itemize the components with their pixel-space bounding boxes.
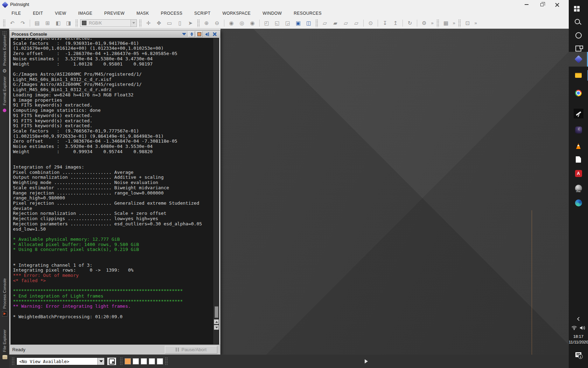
toolbar-grip[interactable] [436,19,439,27]
toolbar-overflow-chevron[interactable]: » [429,20,435,26]
redo-icon[interactable]: ↷ [18,19,28,27]
toolbar-grip[interactable] [458,19,461,27]
console-scrollbar[interactable] [214,38,219,344]
play-icon[interactable] [365,359,368,363]
menu-resources[interactable]: RESOURCES [288,11,328,16]
new-preview-mode-icon[interactable]: ◰ [261,19,272,27]
pixinsight-taskbar-icon[interactable] [569,52,588,67]
search-icon[interactable] [569,15,588,29]
color-swatch-4[interactable] [149,358,155,364]
maximize-window-icon[interactable]: ▣ [293,19,303,27]
file-explorer-icon[interactable] [569,69,588,82]
taskbar-clock[interactable]: 18:17 11/11/2020 [569,334,588,345]
color-swatch-5[interactable] [157,358,163,364]
vlc-icon[interactable] [569,139,588,153]
toolbar-grip[interactable] [197,19,200,27]
image-settings-icon[interactable]: ⚙ [419,19,429,27]
find-image-icon[interactable]: ⊙ [365,19,376,27]
scroll-down-button[interactable] [214,325,219,330]
edit-preview-mode-icon[interactable]: ◱ [272,19,282,27]
toolbar-grip[interactable] [3,19,6,27]
process-console-titlebar[interactable]: Process Console [9,30,220,38]
menu-process[interactable]: PROCESS [155,11,188,16]
pan-mode-icon[interactable]: ✛ [143,19,154,27]
speaker-icon[interactable] [580,325,586,332]
edit-identifier-icon[interactable]: ▤ [32,19,42,27]
toolbar-grip[interactable] [315,19,318,27]
sidebar-tab-format-explorer[interactable]: Format Explorer [0,76,9,113]
revert-image-icon[interactable]: ↻ [405,19,415,27]
zoom-1-1-icon[interactable]: ◉ [226,19,237,27]
undo-icon[interactable]: ↶ [7,19,18,27]
dock-window-button[interactable] [204,31,210,37]
toolbar-grip[interactable] [165,357,168,366]
new-image-icon[interactable]: ▱ [320,19,330,27]
workspace[interactable] [220,29,569,355]
menu-window[interactable]: WINDOW [257,11,288,16]
sidebar-tab-process-console[interactable]: Process Console [0,278,9,316]
restore-button[interactable] [537,1,547,8]
duplicate-image-alt-icon[interactable]: ◨ [63,19,74,27]
add-image-icon[interactable]: ▱ [341,19,351,27]
menu-preview[interactable]: PREVIEW [98,11,131,16]
menu-file[interactable]: FILE [6,11,27,16]
readout-mode-icon[interactable]: ▯ [175,19,185,27]
toolbar-grip[interactable] [139,19,142,27]
sidebar-tab-file-explorer[interactable]: File Explorer [0,329,9,360]
wifi-icon[interactable] [571,325,577,332]
toolbar-grip[interactable] [120,357,123,366]
fit-view-icon[interactable]: ▭ [164,19,175,27]
toolbar-overflow-chevron[interactable]: » [473,20,478,26]
close-button[interactable] [552,1,562,8]
scrollbar-thumb[interactable] [215,306,218,318]
view-selector[interactable]: <No View Available> [16,357,105,365]
sgp-pro-icon[interactable]: Pro [569,182,588,195]
toolbar-grip[interactable] [75,19,78,27]
color-swatch-3[interactable] [141,358,147,364]
windows-start-icon[interactable] [569,2,588,15]
new-instance-icon[interactable]: ⊞ [42,19,53,27]
notification-center-button[interactable]: 1 [569,352,588,357]
minimize-button[interactable] [521,1,532,8]
toolbar-overflow-chevron[interactable]: » [451,20,457,26]
float-window-button[interactable] [196,31,203,37]
menu-edit[interactable]: EDIT [27,11,49,16]
scroll-up-button[interactable] [214,319,219,324]
zoom-to-optimal-icon[interactable]: ◉ [247,19,258,27]
telescope-app-icon[interactable] [574,109,583,118]
save-image-icon[interactable]: ↧ [380,19,390,27]
menu-image[interactable]: IMAGE [72,11,98,16]
duplicate-image-icon[interactable]: ◧ [53,19,63,27]
zoom-out-icon[interactable]: ⊖ [212,19,222,27]
pause-abort-button[interactable]: Pause/Abort [165,346,217,354]
histogram-panel-icon[interactable]: ▦ [441,19,451,27]
shade-window-button[interactable] [188,31,195,37]
fullscreen-icon[interactable]: ◫ [303,19,314,27]
libreoffice-icon[interactable] [569,153,588,166]
sidebar-tab-process-explorer[interactable]: Process Explorer [0,35,9,74]
close-console-button[interactable] [211,31,218,37]
menu-script[interactable]: SCRIPT [188,11,216,16]
color-swatch-2[interactable] [133,358,139,364]
monitor-icon[interactable]: ⊡ [462,19,473,27]
edge-icon[interactable] [569,196,588,210]
dynamic-operation-icon[interactable]: ◲ [282,19,293,27]
pointer-mode-icon[interactable]: ➤ [185,19,196,27]
toolbar-grip[interactable] [12,357,15,366]
copy-image-icon[interactable]: ▱ [351,19,362,27]
channel-selector[interactable]: RGB/K [80,19,137,27]
zoom-in-icon[interactable]: ⊕ [201,19,212,27]
load-image-icon[interactable]: ↥ [390,19,401,27]
stellarium-icon[interactable] [569,123,588,137]
menu-workspace[interactable]: WORKSPACE [217,11,257,16]
edit-image-icon[interactable]: ▰ [330,19,341,27]
screen-transfer-mode-button[interactable] [107,357,116,365]
zoom-to-fit-icon[interactable]: ◎ [237,19,247,27]
chevron-down-icon[interactable] [97,358,104,365]
menu-view[interactable]: VIEW [49,11,72,16]
color-swatch-1[interactable] [125,358,131,364]
center-image-icon[interactable]: ✥ [154,19,164,27]
window-menu-chevron-icon[interactable] [181,31,187,37]
console-output[interactable]: 91 FITS keyword(s) extracted.Scale facto… [10,38,219,345]
menu-mask[interactable]: MASK [131,11,155,16]
